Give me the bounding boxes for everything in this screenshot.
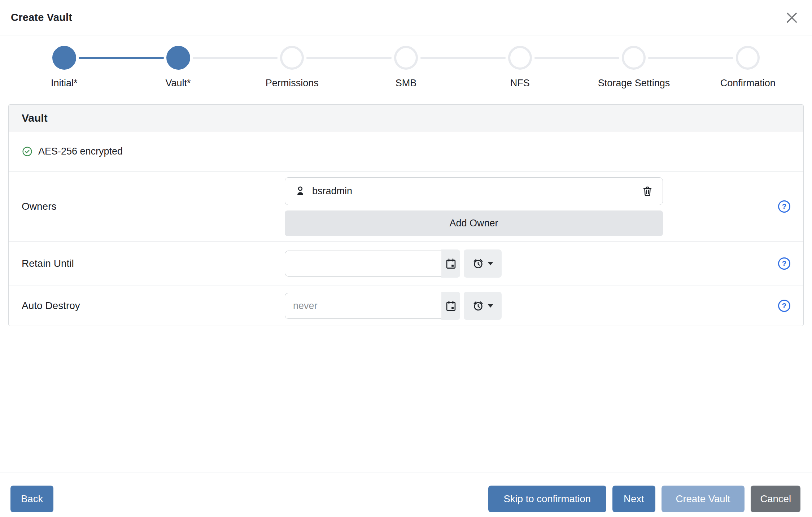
step-circle-vault: [166, 46, 190, 70]
footer-actions: Skip to confirmation Next Create Vault C…: [488, 486, 800, 512]
auto-destroy-controls: [285, 292, 663, 320]
auto-destroy-time-dropdown[interactable]: [464, 292, 502, 320]
step-label-smb: SMB: [349, 78, 463, 89]
retain-until-calendar-button[interactable]: [441, 249, 460, 278]
stepper: Initial* Vault* Permissions SMB NFS Stor…: [0, 35, 812, 89]
owners-controls: bsradmin Add Owner: [285, 177, 663, 236]
create-vault-dialog: Create Vault Initial* Vault* Permissions…: [0, 0, 812, 512]
caret-down-icon: [488, 262, 493, 265]
back-button[interactable]: Back: [10, 486, 53, 512]
auto-destroy-input[interactable]: [285, 293, 441, 319]
retain-until-input[interactable]: [285, 251, 441, 277]
add-owner-button[interactable]: Add Owner: [285, 210, 663, 236]
encryption-row: AES-256 encrypted: [9, 131, 803, 172]
step-label-nfs: NFS: [463, 78, 577, 89]
vault-panel-title: Vault: [9, 105, 803, 131]
step-label-storage-settings: Storage Settings: [577, 78, 691, 89]
auto-destroy-label: Auto Destroy: [22, 300, 285, 312]
step-label-confirmation: Confirmation: [691, 78, 805, 89]
step-label-vault: Vault*: [121, 78, 235, 89]
trash-icon: [642, 185, 653, 197]
caret-down-icon: [488, 304, 493, 308]
dialog-title: Create Vault: [11, 12, 72, 23]
stepper-step-storage-settings[interactable]: Storage Settings: [577, 46, 691, 89]
step-circle-nfs: [508, 46, 532, 70]
check-circle-icon: [22, 146, 33, 157]
owner-name: bsradmin: [312, 186, 352, 197]
auto-destroy-help-icon[interactable]: ?: [778, 300, 790, 312]
close-button[interactable]: [782, 8, 801, 27]
create-vault-button[interactable]: Create Vault: [662, 486, 745, 512]
retain-until-row: Retain Until: [9, 242, 803, 286]
user-icon: [294, 185, 306, 197]
help-glyph: ?: [782, 259, 787, 268]
calendar-icon: [445, 300, 457, 312]
retain-until-help-icon[interactable]: ?: [778, 257, 790, 270]
step-circle-confirmation: [736, 46, 760, 70]
step-circle-smb: [394, 46, 418, 70]
skip-to-confirmation-button[interactable]: Skip to confirmation: [488, 486, 607, 512]
retain-until-time-dropdown[interactable]: [464, 249, 502, 278]
next-button[interactable]: Next: [612, 486, 655, 512]
step-label-permissions: Permissions: [235, 78, 349, 89]
auto-destroy-calendar-button[interactable]: [441, 292, 460, 320]
owners-help-icon[interactable]: ?: [778, 200, 790, 213]
owners-label: Owners: [22, 201, 285, 212]
stepper-step-confirmation[interactable]: Confirmation: [691, 46, 805, 89]
step-circle-permissions: [280, 46, 304, 70]
vault-panel: Vault AES-256 encrypted Owners bsradmin: [8, 104, 804, 326]
stepper-step-smb[interactable]: SMB: [349, 46, 463, 89]
step-circle-storage-settings: [622, 46, 646, 70]
cancel-button[interactable]: Cancel: [751, 486, 800, 512]
encryption-status: AES-256 encrypted: [38, 146, 123, 157]
dialog-header: Create Vault: [0, 0, 812, 35]
alarm-clock-icon: [472, 257, 484, 270]
owners-row: Owners bsradmin: [9, 172, 803, 242]
retain-until-controls: [285, 249, 663, 278]
stepper-step-initial[interactable]: Initial*: [7, 46, 121, 89]
stepper-step-permissions[interactable]: Permissions: [235, 46, 349, 89]
owner-entry[interactable]: bsradmin: [285, 177, 663, 205]
step-label-initial: Initial*: [7, 78, 121, 89]
auto-destroy-row: Auto Destroy: [9, 286, 803, 326]
step-circle-initial: [52, 46, 76, 70]
dialog-footer: Back Skip to confirmation Next Create Va…: [0, 473, 812, 512]
delete-owner-button[interactable]: [642, 185, 653, 197]
help-glyph: ?: [782, 301, 787, 310]
calendar-icon: [445, 258, 457, 270]
help-glyph: ?: [782, 202, 787, 211]
retain-until-label: Retain Until: [22, 258, 285, 269]
close-icon: [784, 10, 799, 25]
stepper-step-vault[interactable]: Vault*: [121, 46, 235, 89]
alarm-clock-icon: [472, 300, 484, 312]
stepper-step-nfs[interactable]: NFS: [463, 46, 577, 89]
